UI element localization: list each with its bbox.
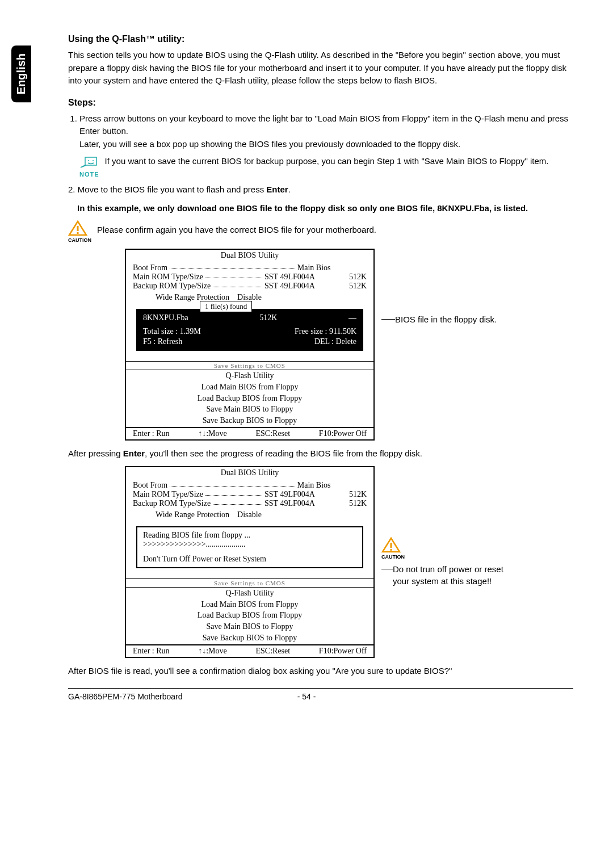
boot-from-label-2: Boot From (133, 481, 167, 490)
backup-rom-size-2: 512K (349, 499, 367, 508)
bios-filename[interactable]: 8KNXPU.Fba (143, 313, 188, 322)
backup-rom-value-2: SST 49LF004A (264, 499, 315, 508)
bios-utility-box-1: Dual BIOS Utility Boot FromMain Bios Mai… (125, 249, 375, 441)
save-cmos-stripe-2: Save Settings to CMOS (126, 578, 373, 587)
after-enter-text: After pressing Enter, you'll then see th… (68, 447, 573, 460)
foot-f10-2: F10:Power Off (319, 647, 367, 656)
reading-text: Reading BIOS file from floppy ... (143, 531, 356, 540)
svg-rect-5 (391, 549, 392, 551)
svg-point-1 (93, 160, 94, 161)
confirm-text: Please confirm again you have the correc… (97, 220, 376, 237)
step-2: 2. Move to the BIOS file you want to fla… (68, 183, 573, 196)
after-enter-b: , you'll then see the progress of readin… (145, 448, 422, 458)
section-heading: Using the Q-Flash™ utility: (68, 34, 573, 44)
intro-paragraph: This section tells you how to update BIO… (68, 49, 573, 87)
backup-rom-size: 512K (349, 282, 367, 291)
backup-rom-label: Backup ROM Type/Size (133, 282, 211, 291)
svg-point-0 (88, 160, 89, 161)
foot-move: ↑↓:Move (198, 429, 227, 438)
del-hint: DEL : Delete (314, 337, 356, 346)
after-read-text: After BIOS file is read, you'll see a co… (68, 665, 573, 678)
step-1: Press arrow buttons on your keyboard to … (79, 112, 573, 151)
foot-esc-2: ESC:Reset (255, 647, 290, 656)
qflash-item[interactable]: Load Main BIOS from Floppy (126, 599, 373, 610)
dont-turn-off-text: Don't Turn Off Power or Reset System (143, 555, 356, 564)
steps-heading: Steps: (68, 98, 573, 108)
bios-utility-box-2: Dual BIOS Utility Boot FromMain Bios Mai… (125, 466, 375, 658)
bios-title-2: Dual BIOS Utility (126, 467, 373, 479)
bios-title-1: Dual BIOS Utility (126, 250, 373, 261)
main-rom-label: Main ROM Type/Size (133, 272, 203, 282)
svg-rect-3 (77, 232, 79, 234)
qflash-item[interactable]: Load Backup BIOS from Floppy (126, 393, 373, 404)
main-rom-size-2: 512K (349, 490, 367, 499)
caution-label-2: CAUTION (381, 554, 405, 560)
note-label: NOTE (79, 171, 99, 178)
caution-icon-2: CAUTION (381, 537, 405, 560)
caution-label-1: CAUTION (68, 237, 91, 243)
qflash-item[interactable]: Save Backup BIOS to Floppy (126, 415, 373, 426)
wrp-label: Wide Range Protection (156, 293, 229, 301)
qflash-item[interactable]: Load Backup BIOS from Floppy (126, 610, 373, 621)
qflash-item[interactable]: Save Backup BIOS to Floppy (126, 632, 373, 644)
step-2-text-b: . (288, 184, 291, 194)
annotation-1: BIOS file in the floppy disk. (395, 313, 497, 325)
total-size: Total size : 1.39M (143, 327, 201, 336)
step-1-text-b: Later, you will see a box pop up showing… (79, 139, 460, 149)
step-2-text-a: 2. Move to the BIOS file you want to fla… (68, 184, 266, 194)
enter-key-2: Enter (123, 448, 145, 458)
f5-hint: F5 : Refresh (143, 337, 182, 346)
foot-esc: ESC:Reset (255, 429, 290, 438)
qflash-title-1: Q-Flash Utility (126, 370, 373, 381)
qflash-item[interactable]: Save Main BIOS to Floppy (126, 404, 373, 415)
foot-enter-2: Enter : Run (133, 647, 170, 656)
note-icon: NOTE (79, 155, 99, 178)
qflash-item[interactable]: Load Main BIOS from Floppy (126, 381, 373, 393)
svg-rect-4 (391, 543, 392, 548)
boot-from-value-2: Main Bios (297, 481, 331, 490)
qflash-title-2: Q-Flash Utility (126, 587, 373, 599)
boot-from-label: Boot From (133, 263, 167, 272)
main-rom-label-2: Main ROM Type/Size (133, 490, 203, 499)
step-2-example: In this example, we only download one BI… (77, 202, 573, 215)
caution-icon: CAUTION (68, 220, 91, 243)
save-cmos-stripe-1: Save Settings to CMOS (126, 361, 373, 370)
files-found-popup: 1 file(s) found (200, 301, 252, 312)
free-size: Free size : 911.50K (295, 327, 356, 336)
enter-key-1: Enter (266, 184, 288, 194)
language-tab: English (11, 45, 31, 102)
bios-filesize: 512K (259, 313, 277, 322)
svg-rect-2 (77, 226, 79, 231)
footer-model: GA-8I865PEM-775 Motherboard (68, 692, 183, 701)
foot-f10: F10:Power Off (319, 429, 367, 438)
qflash-item[interactable]: Save Main BIOS to Floppy (126, 621, 373, 632)
progress-box: Reading BIOS file from floppy ... >>>>>>… (136, 526, 363, 568)
file-list-box: 1 file(s) found 8KNXPU.Fba 512K Total si… (136, 309, 363, 351)
annotation-2: Do not trun off power or reset your syst… (393, 563, 506, 587)
step-1-text-a: Press arrow buttons on your keyboard to … (79, 114, 568, 136)
footer-page: - 54 - (297, 692, 316, 701)
wrp-value-2: Disable (237, 510, 262, 519)
wrp-label-2: Wide Range Protection (156, 510, 229, 519)
backup-rom-value: SST 49LF004A (264, 282, 315, 291)
main-rom-size: 512K (349, 272, 367, 282)
after-enter-a: After pressing (68, 448, 123, 458)
foot-move-2: ↑↓:Move (198, 647, 227, 656)
progress-bar: >>>>>>>>>>>>>>.................... (143, 540, 356, 549)
main-rom-value-2: SST 49LF004A (264, 490, 315, 499)
main-rom-value: SST 49LF004A (264, 272, 315, 282)
boot-from-value: Main Bios (297, 263, 331, 272)
backup-rom-label-2: Backup ROM Type/Size (133, 499, 211, 508)
foot-enter: Enter : Run (133, 429, 170, 438)
note-text: If you want to save the current BIOS for… (105, 155, 573, 168)
